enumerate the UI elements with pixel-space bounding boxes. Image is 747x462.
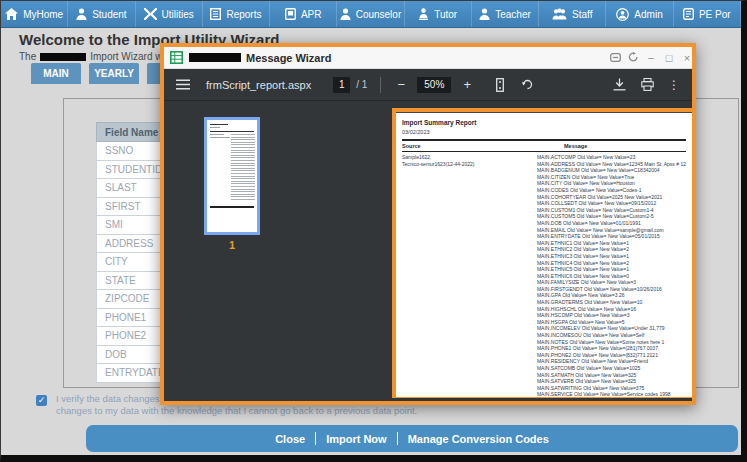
close-icon[interactable]: × [678, 52, 692, 64]
fit-page-icon[interactable] [494, 78, 506, 92]
modal-title: Message Wizard [246, 52, 332, 64]
report-message-line: MAIN.ETHNIC3 Old Value= New Value=1 [537, 253, 686, 260]
report-message-line: MAIN.CUSTOM1 Old Value= New Value=Custom… [537, 207, 686, 214]
thumbnail-page-number: 1 [204, 239, 260, 251]
report-message-line: MAIN.ETHNIC4 Old Value= New Value=2 [537, 260, 686, 267]
page-number-input[interactable]: 1 [333, 77, 350, 93]
nav-item-apr[interactable]: APR [270, 1, 337, 27]
report-message-line: MAIN.HSGPA Old Value= New Value=5 [537, 319, 686, 326]
page-total: / 1 [356, 79, 367, 90]
spreadsheet-icon [170, 51, 183, 64]
manage-conversion-codes-button[interactable]: Manage Conversion Codes [408, 433, 549, 445]
report-message-line: MAIN.SATWRITING Old Value= New Value=375 [537, 385, 686, 392]
divider [315, 432, 316, 445]
redaction-block [40, 53, 86, 61]
nav-item-myhome[interactable]: MyHome [1, 1, 68, 27]
home-icon [5, 8, 18, 20]
nav-item-tutor[interactable]: Tutor [405, 1, 472, 27]
nav-item-admin[interactable]: Admin [606, 1, 673, 27]
people-icon [552, 8, 567, 20]
nav-label: PE Por [699, 9, 731, 20]
nav-label: MyHome [23, 9, 63, 20]
nav-label: Reports [226, 9, 261, 20]
nav-label: Admin [634, 9, 662, 20]
dock-icon[interactable] [606, 52, 624, 64]
nav-item-student[interactable]: Student [68, 1, 135, 27]
person-icon [340, 8, 351, 20]
divider [397, 432, 398, 445]
report-body: Sample1622, Tecnico-semur1623(12-44-2022… [402, 154, 686, 398]
menu-icon[interactable] [176, 79, 190, 90]
col-message: Message [564, 143, 686, 149]
report-message-line: MAIN.BADGENUM Old Value= New Value=C1834… [537, 167, 686, 174]
pdf-toolbar: frmScript_report.aspx 1 / 1 − 50% + ⋮ [164, 69, 692, 101]
person-icon [479, 8, 490, 20]
report-column-headers: Source Message [402, 139, 686, 152]
report-message-line: MAIN.HIGHSCHL Old Value= New Value=16 [537, 306, 686, 313]
report-message-line: MAIN.NOTES Old Value= New Value=Some not… [537, 339, 686, 346]
report-source-cell: Sample1622, Tecnico-semur1623(12-44-2022… [402, 154, 537, 398]
import-now-button[interactable]: Import Now [326, 433, 387, 445]
nav-item-reports[interactable]: Reports [203, 1, 270, 27]
verify-checkbox[interactable]: ✓ [36, 395, 47, 406]
report-message-line: MAIN.FAMILYSIZE Old Value= New Value=3 [537, 279, 686, 286]
report-title: Import Summary Report [402, 119, 686, 126]
person-circle-icon [616, 8, 629, 21]
report-message-line: MAIN.CITIZEN Old Value= New Value=True [537, 174, 686, 181]
nav-item-pe-portal[interactable]: PE Por [674, 1, 741, 27]
person-icon [418, 8, 429, 20]
page-thumbnail[interactable] [204, 117, 260, 235]
document-name: frmScript_report.aspx [206, 79, 311, 91]
nav-item-teacher[interactable]: Teacher [472, 1, 539, 27]
report-message-line: MAIN.EMAIL Old Value= New Value=sample@g… [537, 227, 686, 234]
report-message-line: MAIN.DOB Old Value= New Value=01/01/1991 [537, 220, 686, 227]
report-message-line: MAIN.ADDRESS Old Value= New Value=12345 … [537, 161, 686, 168]
download-icon[interactable] [613, 78, 626, 91]
report-date: 03/02/2023 [402, 129, 686, 135]
report-message-line: MAIN.COHORTYEAR Old Value=2025 New Value… [537, 194, 686, 201]
report-message-line: MAIN.CUSTOM5 Old Value= New Value=Custom… [537, 213, 686, 220]
action-bar: Close Import Now Manage Conversion Codes [86, 425, 738, 452]
zoom-level[interactable]: 50% [417, 77, 451, 93]
close-button[interactable]: Close [275, 433, 305, 445]
wrench-icon [144, 8, 157, 20]
col-source: Source [402, 143, 564, 149]
nav-item-counselor[interactable]: Counselor [337, 1, 404, 27]
nav-label: Counselor [356, 9, 402, 20]
nav-label: Staff [572, 9, 592, 20]
thumbnail-text-lines [231, 134, 255, 202]
refresh-icon[interactable] [624, 52, 642, 64]
report-message-line: MAIN.PHONE1 Old Value= New Value=(281)76… [537, 345, 686, 352]
more-options-icon[interactable]: ⋮ [668, 78, 680, 92]
zoom-in-button[interactable]: + [460, 77, 474, 92]
nav-label: Tutor [434, 9, 457, 20]
zoom-out-button[interactable]: − [394, 77, 408, 92]
report-message-line: MAIN.RESIDENCY Old Value= New Value=Frie… [537, 358, 686, 365]
maximize-icon[interactable]: □ [660, 52, 678, 64]
report-message-line: MAIN.ETHNIC2 Old Value= New Value=2 [537, 246, 686, 253]
tab-yearly[interactable]: YEARLY [89, 63, 139, 84]
minimize-icon[interactable]: − [642, 52, 660, 64]
report-message-line: MAIN.PHONE2 Old Value= New Value=(832)77… [537, 352, 686, 359]
report-message-line: MAIN.INCOMELEV Old Value= New Value=Unde… [537, 325, 686, 332]
nav-item-utilities[interactable]: Utilities [136, 1, 203, 27]
person-icon [76, 8, 87, 20]
tablet-icon [683, 8, 694, 20]
redaction-block [189, 53, 241, 62]
tab-main[interactable]: MAIN [31, 63, 81, 84]
report-message-line: MAIN.SATVERB Old Value= New Value=325 [537, 378, 686, 385]
report-message-line: MAIN.SATCOMB Old Value= New Value=1025 [537, 365, 686, 372]
print-icon[interactable] [641, 78, 654, 91]
rotate-icon[interactable] [521, 78, 534, 91]
report-message-line: MAIN.HSCOMP Old Value= New Value=3 [537, 312, 686, 319]
report-message-line: MAIN.COLLSEDT Old Value= New Value=09/15… [537, 200, 686, 207]
report-message-line: MAIN.GRADTERMS Old Value= New Value=10 [537, 299, 686, 306]
report-message-line: MAIN.ETHNIC5 Old Value= New Value=1 [537, 266, 686, 273]
nav-item-staff[interactable]: Staff [539, 1, 606, 27]
page-subtitle: The Import Wizard will he [19, 51, 183, 62]
report-icon [210, 8, 221, 20]
report-message-line: MAIN.SATMATH Old Value= New Value=325 [537, 372, 686, 379]
report-message-list: MAIN.ACTCOMP Old Value= New Value=23MAIN… [537, 154, 686, 398]
nav-label: APR [301, 9, 322, 20]
tablet-icon [285, 8, 296, 20]
